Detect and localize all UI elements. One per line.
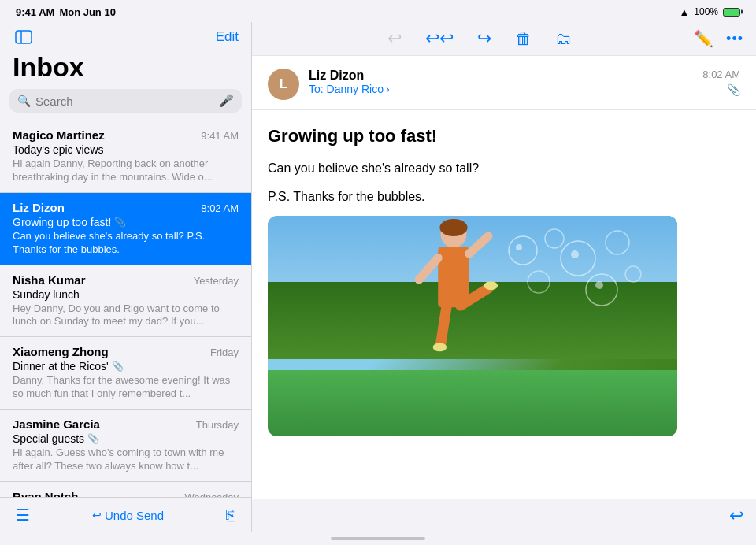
- home-indicator: [331, 537, 425, 540]
- mail-item-header: Xiaomeng Zhong Friday: [13, 345, 239, 358]
- mail-preview: Can you believe she's already so tall? P…: [13, 230, 239, 257]
- svg-point-9: [433, 343, 447, 351]
- sender-name: Magico Martinez: [13, 128, 105, 142]
- svg-point-19: [571, 250, 579, 258]
- undo-icon: ↩: [92, 509, 102, 521]
- svg-point-14: [606, 231, 629, 254]
- compose-icon[interactable]: ⎘: [226, 506, 235, 525]
- attachment-icon: 📎: [112, 361, 124, 372]
- svg-line-5: [419, 258, 438, 280]
- search-icon: 🔍: [17, 95, 31, 107]
- inbox-title: Inbox: [0, 49, 251, 89]
- mail-subject: Dinner at the Ricos' 📎: [13, 360, 239, 373]
- mail-item-header: Liz Dizon 8:02 AM: [13, 201, 239, 214]
- battery-indicator: [723, 8, 740, 17]
- email-header: L Liz Dizon To: Danny Rico › 8:02 AM 📎: [252, 56, 756, 110]
- reply-back-button[interactable]: ↩: [387, 28, 402, 49]
- sender-info: Liz Dizon To: Danny Rico ›: [309, 69, 693, 95]
- attachment-icon: 📎: [114, 217, 126, 228]
- main-container: Edit Inbox 🔍 🎤 Magico Martinez 9:41 AM T…: [0, 22, 756, 532]
- detail-toolbar: ↩ ↩↩ ↪ 🗑 🗂 ✏️ •••: [252, 22, 756, 56]
- email-inline-image: [268, 216, 677, 436]
- email-from: Liz Dizon: [309, 69, 693, 83]
- mail-preview: Danny, Thanks for the awesome evening! I…: [13, 374, 239, 401]
- more-options-button[interactable]: •••: [726, 31, 743, 47]
- mail-time: Wednesday: [185, 491, 239, 497]
- mail-preview: Hey Danny, Do you and Rigo want to come …: [13, 302, 239, 329]
- email-time-area: 8:02 AM 📎: [702, 69, 740, 96]
- email-body-paragraph-2: P.S. Thanks for the bubbles.: [268, 187, 740, 206]
- email-time: 8:02 AM: [702, 69, 740, 80]
- sender-name: Nisha Kumar: [13, 273, 86, 287]
- svg-line-6: [469, 236, 488, 254]
- svg-point-12: [545, 229, 564, 248]
- status-time-area: 9:41 AM Mon Jun 10: [16, 6, 116, 18]
- undo-send-label: Undo Send: [105, 509, 164, 522]
- filter-icon[interactable]: ☰: [16, 506, 30, 525]
- mail-list-item[interactable]: Xiaomeng Zhong Friday Dinner at the Rico…: [0, 337, 251, 410]
- svg-point-3: [439, 219, 467, 236]
- home-bar: [0, 532, 756, 545]
- battery-icon: 100%: [694, 6, 718, 17]
- inbox-toolbar: Edit: [0, 22, 251, 49]
- edit-button[interactable]: Edit: [216, 29, 239, 45]
- reply-all-button[interactable]: ↩↩: [425, 28, 454, 49]
- battery-bar: [723, 8, 740, 17]
- delete-button[interactable]: 🗑: [515, 29, 532, 48]
- status-bar: 9:41 AM Mon Jun 10 ▲ 100%: [0, 0, 756, 22]
- mail-time: 9:41 AM: [201, 130, 239, 142]
- status-icons: ▲ 100%: [679, 6, 740, 18]
- mail-list: Magico Martinez 9:41 AM Today's epic vie…: [0, 120, 251, 497]
- mail-list-item[interactable]: Jasmine Garcia Thursday Special guests 📎…: [0, 410, 251, 482]
- status-date: Mon Jun 10: [59, 6, 116, 18]
- email-to[interactable]: To: Danny Rico ›: [309, 83, 693, 95]
- mail-time: Friday: [210, 347, 239, 358]
- mail-list-item[interactable]: Liz Dizon 8:02 AM Growing up too fast! 📎…: [0, 193, 251, 265]
- mail-item-header: Ryan Notch Wednesday: [13, 490, 239, 497]
- mail-subject: Special guests 📎: [13, 432, 239, 445]
- status-time: 9:41 AM: [16, 6, 54, 18]
- mail-subject: Today's epic views: [13, 143, 239, 156]
- search-bar[interactable]: 🔍 🎤: [9, 89, 242, 113]
- sender-name: Xiaomeng Zhong: [13, 345, 109, 358]
- attachment-icon: 📎: [87, 433, 99, 444]
- svg-point-18: [516, 244, 522, 250]
- mail-list-item[interactable]: Nisha Kumar Yesterday Sunday lunch Hey D…: [0, 265, 251, 338]
- sender-name: Ryan Notch: [13, 490, 78, 497]
- mail-time: Thursday: [196, 419, 239, 431]
- mail-list-item[interactable]: Magico Martinez 9:41 AM Today's epic vie…: [0, 120, 251, 193]
- forward-button[interactable]: ↪: [477, 28, 491, 49]
- girl-figure: [391, 219, 517, 392]
- mail-time: 8:02 AM: [201, 202, 239, 214]
- compose-new-button[interactable]: ✏️: [694, 29, 713, 48]
- detail-bottom-bar: ↩: [252, 499, 756, 532]
- mail-list-item[interactable]: Ryan Notch Wednesday Out of town Howdy, …: [0, 482, 251, 497]
- inbox-bottom-bar: ☰ ↩ Undo Send ⎘: [0, 497, 251, 532]
- chevron-right-icon: ›: [386, 83, 390, 95]
- sidebar-toggle-button[interactable]: [13, 28, 35, 46]
- sender-name: Jasmine Garcia: [13, 417, 100, 431]
- mic-icon[interactable]: 🎤: [219, 94, 234, 108]
- mail-subject: Growing up too fast! 📎: [13, 216, 239, 228]
- undo-send-button[interactable]: ↩ Undo Send: [92, 509, 164, 522]
- svg-point-16: [528, 271, 550, 293]
- mail-subject: Sunday lunch: [13, 288, 239, 301]
- search-input[interactable]: [35, 95, 214, 108]
- svg-point-13: [561, 241, 595, 276]
- mail-preview: Hi again Danny, Reporting back on anothe…: [13, 158, 239, 184]
- bubbles: [499, 227, 657, 369]
- email-detail-panel: ↩ ↩↩ ↪ 🗑 🗂 ✏️ ••• L Liz Dizon To: Danny …: [252, 22, 756, 532]
- mail-preview: Hi again. Guess who's coming to town wit…: [13, 447, 239, 473]
- reply-button[interactable]: ↩: [729, 506, 743, 526]
- mail-item-header: Magico Martinez 9:41 AM: [13, 128, 239, 142]
- svg-line-7: [441, 306, 447, 345]
- folder-button[interactable]: 🗂: [555, 29, 572, 48]
- svg-point-15: [625, 266, 641, 282]
- email-subject: Growing up too fast!: [268, 126, 740, 146]
- sender-name: Liz Dizon: [13, 201, 65, 214]
- wifi-icon: ▲: [679, 6, 689, 18]
- email-body: Growing up too fast! Can you believe she…: [252, 110, 756, 499]
- sender-avatar: L: [268, 69, 299, 100]
- inbox-panel: Edit Inbox 🔍 🎤 Magico Martinez 9:41 AM T…: [0, 22, 252, 532]
- mail-item-header: Nisha Kumar Yesterday: [13, 273, 239, 287]
